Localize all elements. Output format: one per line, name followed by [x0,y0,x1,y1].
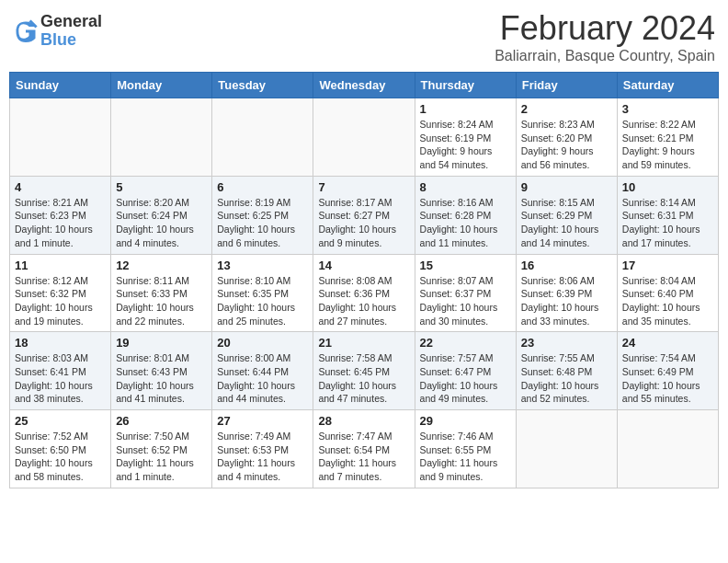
day-info: Sunrise: 7:52 AM Sunset: 6:50 PM Dayligh… [15,430,106,484]
day-cell: 9Sunrise: 8:15 AM Sunset: 6:29 PM Daylig… [516,176,617,254]
day-cell: 17Sunrise: 8:04 AM Sunset: 6:40 PM Dayli… [617,254,718,332]
day-cell: 3Sunrise: 8:22 AM Sunset: 6:21 PM Daylig… [617,98,718,177]
day-info: Sunrise: 8:03 AM Sunset: 6:41 PM Dayligh… [15,351,106,406]
day-number: 26 [116,414,207,428]
day-cell: 24Sunrise: 7:54 AM Sunset: 6:49 PM Dayli… [617,332,718,410]
day-cell: 8Sunrise: 8:16 AM Sunset: 6:28 PM Daylig… [415,176,516,254]
day-info: Sunrise: 8:01 AM Sunset: 6:43 PM Dayligh… [116,351,207,406]
day-cell: 23Sunrise: 7:55 AM Sunset: 6:48 PM Dayli… [516,332,617,410]
day-info: Sunrise: 8:17 AM Sunset: 6:27 PM Dayligh… [318,196,409,250]
day-cell: 16Sunrise: 8:06 AM Sunset: 6:39 PM Dayli… [516,254,617,332]
day-info: Sunrise: 7:47 AM Sunset: 6:54 PM Dayligh… [318,430,409,484]
day-number: 13 [217,259,308,272]
day-cell: 19Sunrise: 8:01 AM Sunset: 6:43 PM Dayli… [111,332,212,410]
header: General Blue February 2024 Baliarrain, B… [9,9,719,64]
day-cell: 7Sunrise: 8:17 AM Sunset: 6:27 PM Daylig… [313,176,415,254]
calendar-subtitle: Baliarrain, Basque Country, Spain [495,48,715,64]
day-number: 5 [116,180,207,194]
day-info: Sunrise: 8:10 AM Sunset: 6:35 PM Dayligh… [217,274,308,328]
day-number: 12 [116,259,207,272]
header-thursday: Thursday [415,73,516,98]
logo-general-text: General [40,13,102,31]
week-row-4: 18Sunrise: 8:03 AM Sunset: 6:41 PM Dayli… [10,332,719,410]
day-info: Sunrise: 8:22 AM Sunset: 6:21 PM Dayligh… [622,118,713,172]
logo-icon [13,18,39,44]
day-info: Sunrise: 8:04 AM Sunset: 6:40 PM Dayligh… [622,274,713,328]
day-number: 16 [521,259,612,272]
day-number: 11 [15,259,106,272]
day-info: Sunrise: 8:14 AM Sunset: 6:31 PM Dayligh… [622,196,713,250]
day-info: Sunrise: 8:06 AM Sunset: 6:39 PM Dayligh… [521,274,612,328]
day-info: Sunrise: 7:57 AM Sunset: 6:47 PM Dayligh… [420,351,511,406]
week-row-1: 1Sunrise: 8:24 AM Sunset: 6:19 PM Daylig… [10,98,719,177]
header-monday: Monday [111,73,212,98]
day-cell: 14Sunrise: 8:08 AM Sunset: 6:36 PM Dayli… [313,254,415,332]
day-cell: 28Sunrise: 7:47 AM Sunset: 6:54 PM Dayli… [313,410,415,488]
day-number: 23 [521,336,612,350]
header-saturday: Saturday [617,73,718,98]
day-info: Sunrise: 8:24 AM Sunset: 6:19 PM Dayligh… [420,118,511,172]
day-number: 17 [622,259,713,272]
header-wednesday: Wednesday [313,73,415,98]
header-tuesday: Tuesday [212,73,313,98]
day-number: 27 [217,414,308,428]
day-info: Sunrise: 8:11 AM Sunset: 6:33 PM Dayligh… [116,274,207,328]
day-number: 3 [622,102,713,116]
day-number: 29 [420,414,511,428]
day-info: Sunrise: 7:58 AM Sunset: 6:45 PM Dayligh… [318,351,409,406]
day-number: 19 [116,336,207,350]
day-cell: 20Sunrise: 8:00 AM Sunset: 6:44 PM Dayli… [212,332,313,410]
day-info: Sunrise: 8:21 AM Sunset: 6:23 PM Dayligh… [15,196,106,250]
day-number: 20 [217,336,308,350]
day-number: 9 [521,180,612,194]
day-number: 15 [420,259,511,272]
day-cell: 25Sunrise: 7:52 AM Sunset: 6:50 PM Dayli… [10,410,111,488]
day-info: Sunrise: 8:08 AM Sunset: 6:36 PM Dayligh… [318,274,409,328]
calendar-table: SundayMondayTuesdayWednesdayThursdayFrid… [9,72,719,488]
day-cell [10,98,111,177]
day-number: 7 [318,180,409,194]
day-number: 21 [318,336,409,350]
day-info: Sunrise: 7:55 AM Sunset: 6:48 PM Dayligh… [521,351,612,406]
logo-blue-text: Blue [40,31,102,50]
day-cell [516,410,617,488]
header-friday: Friday [516,73,617,98]
header-sunday: Sunday [10,73,111,98]
day-cell: 10Sunrise: 8:14 AM Sunset: 6:31 PM Dayli… [617,176,718,254]
day-info: Sunrise: 7:50 AM Sunset: 6:52 PM Dayligh… [116,430,207,484]
day-cell: 27Sunrise: 7:49 AM Sunset: 6:53 PM Dayli… [212,410,313,488]
calendar-title: February 2024 [495,9,715,48]
header-row: SundayMondayTuesdayWednesdayThursdayFrid… [10,73,719,98]
day-cell [617,410,718,488]
day-cell: 4Sunrise: 8:21 AM Sunset: 6:23 PM Daylig… [10,176,111,254]
day-number: 22 [420,336,511,350]
day-cell [111,98,212,177]
day-info: Sunrise: 7:46 AM Sunset: 6:55 PM Dayligh… [420,430,511,484]
day-info: Sunrise: 8:19 AM Sunset: 6:25 PM Dayligh… [217,196,308,250]
day-cell: 29Sunrise: 7:46 AM Sunset: 6:55 PM Dayli… [415,410,516,488]
day-info: Sunrise: 8:20 AM Sunset: 6:24 PM Dayligh… [116,196,207,250]
day-cell: 2Sunrise: 8:23 AM Sunset: 6:20 PM Daylig… [516,98,617,177]
day-cell [212,98,313,177]
day-number: 6 [217,180,308,194]
day-number: 8 [420,180,511,194]
day-info: Sunrise: 8:15 AM Sunset: 6:29 PM Dayligh… [521,196,612,250]
day-cell: 1Sunrise: 8:24 AM Sunset: 6:19 PM Daylig… [415,98,516,177]
day-number: 2 [521,102,612,116]
day-number: 18 [15,336,106,350]
day-number: 28 [318,414,409,428]
day-cell: 12Sunrise: 8:11 AM Sunset: 6:33 PM Dayli… [111,254,212,332]
day-cell [313,98,415,177]
day-cell: 13Sunrise: 8:10 AM Sunset: 6:35 PM Dayli… [212,254,313,332]
day-number: 25 [15,414,106,428]
day-number: 10 [622,180,713,194]
day-cell: 21Sunrise: 7:58 AM Sunset: 6:45 PM Dayli… [313,332,415,410]
day-cell: 26Sunrise: 7:50 AM Sunset: 6:52 PM Dayli… [111,410,212,488]
day-info: Sunrise: 8:23 AM Sunset: 6:20 PM Dayligh… [521,118,612,172]
day-info: Sunrise: 8:16 AM Sunset: 6:28 PM Dayligh… [420,196,511,250]
day-number: 24 [622,336,713,350]
day-cell: 6Sunrise: 8:19 AM Sunset: 6:25 PM Daylig… [212,176,313,254]
day-number: 1 [420,102,511,116]
day-info: Sunrise: 8:07 AM Sunset: 6:37 PM Dayligh… [420,274,511,328]
week-row-3: 11Sunrise: 8:12 AM Sunset: 6:32 PM Dayli… [10,254,719,332]
